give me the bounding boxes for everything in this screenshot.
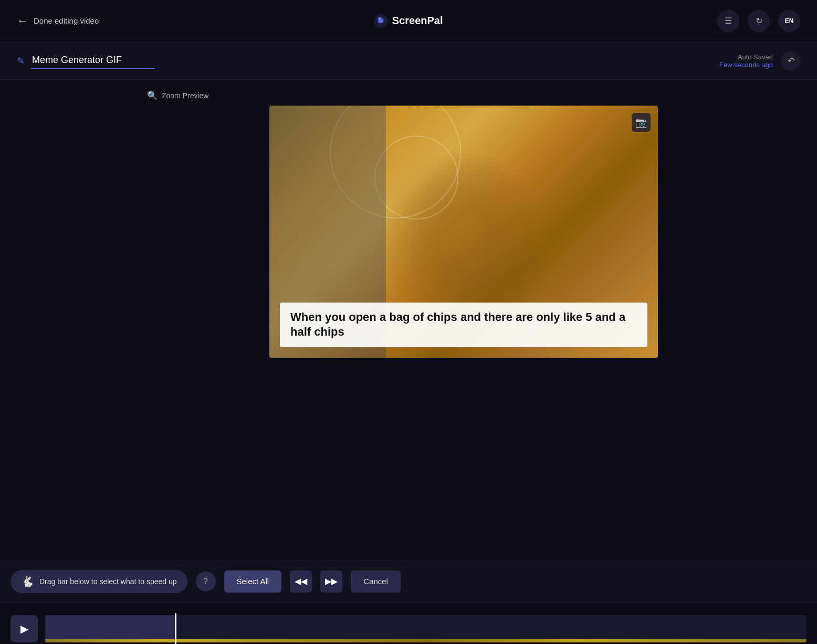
skip-back-button[interactable]: ◀◀	[290, 570, 312, 593]
svg-point-2	[379, 17, 381, 19]
done-editing-label: Done editing video	[34, 16, 99, 25]
timeline-yellow-strip	[45, 639, 806, 642]
zoom-icon: 🔍	[147, 90, 158, 100]
main-area: 🔍 Zoom Preview When you open a bag of ch…	[0, 80, 817, 560]
play-button[interactable]: ▶	[11, 615, 38, 642]
drag-hint-text: Drag bar below to select what to speed u…	[39, 577, 177, 586]
cancel-button[interactable]: Cancel	[351, 570, 401, 593]
auto-saved-time: Few seconds ago	[719, 61, 773, 69]
left-sidebar	[0, 80, 142, 560]
timeline-area: ▶ 0:00.32 0 0:02	[0, 602, 817, 644]
help-button[interactable]: ?	[196, 572, 216, 591]
language-button[interactable]: EN	[778, 10, 800, 32]
video-frame: When you open a bag of chips and there a…	[269, 106, 658, 358]
screenpal-logo-text: ScreenPal	[392, 15, 443, 27]
screenpal-logo-icon	[373, 14, 388, 28]
zoom-preview-label: Zoom Preview	[162, 91, 208, 100]
edit-icon: ✎	[17, 55, 25, 67]
top-bar-actions: ☰ ↻ EN	[717, 10, 800, 32]
drag-hint-pill: 🐇 Drag bar below to select what to speed…	[11, 570, 187, 593]
rabbit-icon: 🐇	[21, 575, 34, 588]
top-bar: ← Done editing video ScreenPal ☰ ↻ EN	[0, 0, 817, 42]
project-name-input[interactable]	[31, 53, 155, 69]
screenpal-logo: ScreenPal	[373, 14, 443, 28]
swirl-inner	[374, 136, 458, 220]
auto-saved-status: Auto Saved Few seconds ago	[719, 53, 773, 69]
right-sidebar	[785, 80, 817, 560]
timeline-played-region	[45, 615, 175, 642]
logo-area: ScreenPal	[373, 14, 443, 28]
meme-text-box: When you open a bag of chips and there a…	[280, 303, 647, 347]
undo-button[interactable]: ↶	[781, 51, 800, 70]
timeline-background	[45, 615, 806, 642]
title-right: Auto Saved Few seconds ago ↶	[719, 51, 800, 70]
auto-saved-label: Auto Saved	[719, 53, 773, 61]
skip-forward-button[interactable]: ▶▶	[320, 570, 342, 593]
back-arrow-icon: ←	[17, 14, 28, 28]
title-bar: ✎ Auto Saved Few seconds ago ↶	[0, 42, 817, 80]
cat-image: When you open a bag of chips and there a…	[269, 106, 658, 358]
timeline-track[interactable]: 0:00.32 0 0:02	[45, 615, 806, 642]
done-editing-button[interactable]: ← Done editing video	[17, 14, 99, 28]
speed-toolbar: 🐇 Drag bar below to select what to speed…	[0, 560, 817, 602]
screenshot-button[interactable]: 📷	[632, 113, 651, 132]
menu-button[interactable]: ☰	[717, 10, 739, 32]
zoom-preview-bar: 🔍 Zoom Preview	[142, 90, 208, 100]
timeline-cursor[interactable]	[175, 613, 176, 645]
title-left: ✎	[17, 53, 155, 69]
video-container: 🔍 Zoom Preview When you open a bag of ch…	[142, 80, 785, 560]
history-button[interactable]: ↻	[748, 10, 770, 32]
select-all-button[interactable]: Select All	[224, 570, 282, 593]
svg-point-1	[379, 19, 383, 23]
